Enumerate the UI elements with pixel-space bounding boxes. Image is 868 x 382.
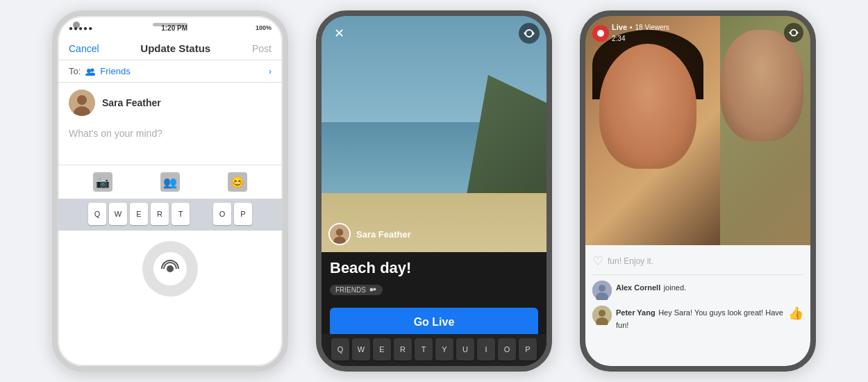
phone2-screen: ✕ Sara Feather <box>322 16 546 366</box>
phone3-switch-icon <box>789 28 799 38</box>
phone1-status-bar: ●●●●● 1:20 PM 100% <box>58 16 283 35</box>
phone3-live-badge: Live • 18 Viewers 2:34 <box>592 23 669 44</box>
p3-face-left <box>599 44 696 169</box>
svg-point-18 <box>599 285 606 292</box>
phone1-toolbar: 📷 👥 😊 <box>58 165 283 199</box>
phone1-time: 1:20 PM <box>161 24 187 32</box>
phone2-switch-camera-button[interactable] <box>519 23 540 44</box>
phone1-screen: Cancel Update Status Post To: Friends › <box>58 35 283 366</box>
key-r[interactable]: R <box>151 203 169 225</box>
phone3-comment1-text: joined. <box>664 283 686 292</box>
p2-key-u[interactable]: U <box>456 338 474 360</box>
phone1-keyboard: Q W E R T · O P <box>58 199 283 231</box>
phone3-comment2-content: Peter Yang Hey Sara! You guys look great… <box>616 306 784 331</box>
phone3-switch-camera-button[interactable] <box>784 23 803 42</box>
p2-key-w[interactable]: W <box>352 338 370 360</box>
phone2-go-live-button[interactable]: Go Live <box>330 308 538 337</box>
svg-point-7 <box>167 265 174 272</box>
svg-point-3 <box>90 72 95 76</box>
key-e[interactable]: E <box>130 203 148 225</box>
svg-point-0 <box>87 69 91 73</box>
phone3-comment-placeholder: fun! Enjoy it. <box>608 256 653 266</box>
phone3-comment-2: Peter Yang Hey Sara! You guys look great… <box>592 306 803 331</box>
phone3-heart-icon: ♡ <box>592 254 603 269</box>
p2-key-p[interactable]: P <box>519 338 537 360</box>
phone1-friends-label[interactable]: Friends <box>100 66 130 76</box>
phone1-camera-icon[interactable]: 📷 <box>93 172 112 192</box>
phone-3: Live • 18 Viewers 2:34 ♡ <box>580 10 816 372</box>
phone1-user-row: Sara Feather <box>58 83 283 123</box>
phone1-cancel-button[interactable]: Cancel <box>69 43 99 54</box>
phone1-nav-title: Update Status <box>140 42 210 54</box>
svg-marker-15 <box>796 31 799 34</box>
phone2-badge-text: FRIENDS <box>335 286 366 294</box>
p3-live-dot <box>592 25 609 42</box>
p3-face-right <box>720 30 803 141</box>
phone3-comment-input[interactable]: ♡ fun! Enjoy it. <box>592 251 803 275</box>
phone3-viewers: 18 Viewers <box>635 24 669 31</box>
svg-point-1 <box>91 68 94 72</box>
key-q[interactable]: Q <box>88 203 106 225</box>
phone3-comment-1: Alex Cornell joined. <box>592 281 803 300</box>
phone3-screen: Live • 18 Viewers 2:34 ♡ <box>585 16 810 366</box>
svg-point-14 <box>373 288 376 291</box>
svg-marker-8 <box>533 31 535 35</box>
switch-camera-icon <box>524 28 535 39</box>
phone2-avatar <box>328 223 351 245</box>
svg-point-21 <box>599 310 606 317</box>
phone3-timer: 2:34 <box>612 35 625 42</box>
p2-key-r[interactable]: R <box>394 338 412 360</box>
phone3-live-label: Live <box>612 23 627 31</box>
phone1-input-area[interactable]: What's on your mind? <box>58 123 283 165</box>
key-o[interactable]: O <box>213 203 231 225</box>
phone1-to-label: To: <box>69 66 81 76</box>
p2-key-i[interactable]: I <box>477 338 495 360</box>
p2-key-e[interactable]: E <box>373 338 391 360</box>
phone-1: ●●●●● 1:20 PM 100% Cancel Update Status … <box>52 10 288 372</box>
phone1-battery: 100% <box>256 24 272 31</box>
phone1-signal: ●●●●● <box>69 24 93 32</box>
svg-marker-16 <box>789 31 791 34</box>
svg-point-13 <box>369 288 373 292</box>
phone-2: ✕ Sara Feather <box>316 10 552 372</box>
svg-point-11 <box>336 229 344 236</box>
svg-marker-9 <box>524 31 526 35</box>
live-broadcast-icon <box>160 259 180 279</box>
phone1-placeholder: What's on your mind? <box>69 128 162 139</box>
friends-badge-icon <box>369 287 377 293</box>
p2-key-t[interactable]: T <box>415 338 433 360</box>
friends-icon <box>85 67 96 76</box>
phone1-emoji-icon[interactable]: 😊 <box>228 172 247 192</box>
key-w[interactable]: W <box>109 203 127 225</box>
phone2-friends-badge: FRIENDS <box>330 285 383 295</box>
phone1-post-button[interactable]: Post <box>252 43 272 54</box>
p2-key-q[interactable]: Q <box>331 338 349 360</box>
phone3-like-icon[interactable]: 👍 <box>788 306 803 321</box>
phone3-comment1-content: Alex Cornell joined. <box>616 281 686 293</box>
p2-key-o[interactable]: O <box>498 338 516 360</box>
svg-point-5 <box>77 95 87 105</box>
phone3-comments: ♡ fun! Enjoy it. Alex Cornell joined. <box>585 245 810 366</box>
key-p[interactable]: P <box>234 203 252 225</box>
phone1-chevron-icon: › <box>269 66 272 76</box>
phone1-avatar <box>69 90 95 116</box>
phone2-close-button[interactable]: ✕ <box>328 23 349 44</box>
phone1-live-circle[interactable] <box>142 241 198 297</box>
p3-live-dot-inner <box>597 30 604 37</box>
phone2-video-area: ✕ Sara Feather <box>322 16 546 252</box>
phone2-key-row-1: Q W E R T Y U I O P <box>324 338 544 360</box>
phone3-live-info: Live • 18 Viewers 2:34 <box>612 23 669 44</box>
phone3-comment1-avatar <box>592 281 612 300</box>
phone2-username: Sara Feather <box>356 229 411 240</box>
p2-key-y[interactable]: Y <box>435 338 453 360</box>
phone1-to-row[interactable]: To: Friends › <box>58 60 283 83</box>
phone1-people-icon[interactable]: 👥 <box>160 172 180 192</box>
phone3-video-area: Live • 18 Viewers 2:34 <box>585 16 810 245</box>
phone1-nav: Cancel Update Status Post <box>58 35 283 60</box>
phone2-user-info: Sara Feather <box>328 223 411 245</box>
key-t[interactable]: T <box>172 203 190 225</box>
phone1-key-row-1: Q W E R T · O P <box>60 203 280 225</box>
phone2-title: Beach day! <box>330 259 538 277</box>
phone3-comment2-avatar <box>592 306 612 325</box>
phone1-live-inner <box>153 252 187 285</box>
